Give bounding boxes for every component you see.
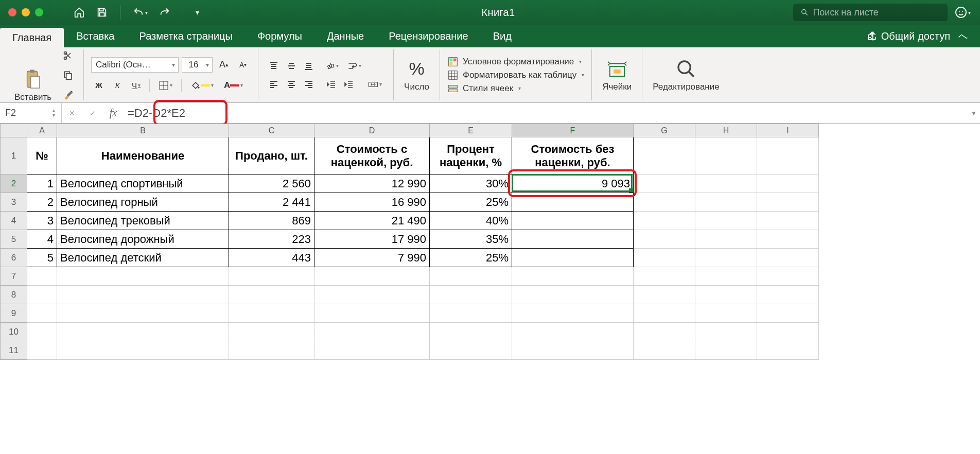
copy-button[interactable] [60, 67, 76, 83]
tab-page-layout[interactable]: Разметка страницы [127, 25, 244, 47]
cell-A5[interactable]: 4 [27, 230, 57, 249]
cell-G4[interactable] [634, 212, 695, 230]
cell-C2[interactable]: 2 560 [229, 174, 314, 193]
cell-B10[interactable] [57, 323, 229, 341]
cell-D4[interactable]: 21 490 [314, 212, 430, 230]
cell-D11[interactable] [314, 341, 430, 360]
cell-D8[interactable] [314, 286, 430, 304]
column-header-F[interactable]: F [512, 124, 634, 137]
cell-A6[interactable]: 5 [27, 249, 57, 267]
spreadsheet-grid[interactable]: ABCDEFGHI1№НаименованиеПродано, шт.Стоим… [0, 124, 980, 454]
cell-A9[interactable] [27, 304, 57, 323]
header-cell-C[interactable]: Продано, шт. [229, 137, 314, 174]
tab-data[interactable]: Данные [314, 25, 376, 47]
cell-F5[interactable] [512, 230, 634, 249]
orientation-button[interactable]: ab▾ [323, 58, 340, 74]
cell-C3[interactable]: 2 441 [229, 193, 314, 212]
format-painter-button[interactable] [60, 87, 76, 102]
header-cell-B[interactable]: Наименование [57, 137, 229, 174]
column-header-H[interactable]: H [695, 124, 757, 137]
collapse-ribbon-button[interactable]: へ [955, 30, 971, 42]
enter-formula-button[interactable]: ✓ [82, 103, 103, 123]
font-name-select[interactable]: Calibri (Осн… [91, 57, 179, 73]
undo-icon[interactable]: ▾ [129, 3, 152, 22]
align-right-button[interactable] [301, 77, 317, 92]
row-header-7[interactable]: 7 [1, 267, 27, 286]
minimize-window-button[interactable] [22, 8, 30, 16]
font-size-select[interactable]: 16 [182, 57, 213, 73]
cell-A11[interactable] [27, 341, 57, 360]
cell-D10[interactable] [314, 323, 430, 341]
row-header-3[interactable]: 3 [1, 193, 27, 212]
row-header-10[interactable]: 10 [1, 323, 27, 341]
cell-I6[interactable] [757, 249, 819, 267]
header-cell-A[interactable]: № [27, 137, 57, 174]
tab-insert[interactable]: Вставка [64, 25, 127, 47]
cell-G6[interactable] [634, 249, 695, 267]
column-header-I[interactable]: I [757, 124, 819, 137]
header-cell-F[interactable]: Стоимость без наценки, руб. [512, 137, 634, 174]
row-header-1[interactable]: 1 [1, 137, 27, 174]
cell-I10[interactable] [757, 323, 819, 341]
cell-B4[interactable]: Велосипед трековый [57, 212, 229, 230]
cell-C7[interactable] [229, 267, 314, 286]
borders-button[interactable]: ▾ [155, 78, 176, 93]
cell-I5[interactable] [757, 230, 819, 249]
cell-B7[interactable] [57, 267, 229, 286]
cell-A8[interactable] [27, 286, 57, 304]
save-icon[interactable] [92, 3, 112, 22]
cell-H4[interactable] [695, 212, 757, 230]
column-header-B[interactable]: B [57, 124, 229, 137]
cell-E8[interactable] [430, 286, 512, 304]
row-header-2[interactable]: 2 [1, 174, 27, 193]
cell-C6[interactable]: 443 [229, 249, 314, 267]
increase-font-button[interactable]: A▴ [216, 57, 232, 73]
cell-F6[interactable] [512, 249, 634, 267]
cell-E10[interactable] [430, 323, 512, 341]
cell-H9[interactable] [695, 304, 757, 323]
tab-review[interactable]: Рецензирование [376, 25, 480, 47]
expand-formula-bar-button[interactable]: ▼ [971, 110, 977, 117]
cell-B8[interactable] [57, 286, 229, 304]
formula-input[interactable]: =D2-D2*E2 [124, 107, 980, 120]
decrease-font-button[interactable]: A▾ [235, 57, 251, 73]
cell-A3[interactable]: 2 [27, 193, 57, 212]
cell-E3[interactable]: 25% [430, 193, 512, 212]
cell-E9[interactable] [430, 304, 512, 323]
cell-H8[interactable] [695, 286, 757, 304]
cell-C5[interactable]: 223 [229, 230, 314, 249]
cut-button[interactable] [60, 48, 76, 63]
name-box[interactable]: F2 ▲▼ [0, 103, 62, 123]
conditional-formatting-button[interactable]: Условное форматирование▾ [447, 55, 584, 68]
column-header-D[interactable]: D [314, 124, 430, 137]
column-header-G[interactable]: G [634, 124, 695, 137]
row-header-9[interactable]: 9 [1, 304, 27, 323]
cell-G2[interactable] [634, 174, 695, 193]
cell-H7[interactable] [695, 267, 757, 286]
cell-D5[interactable]: 17 990 [314, 230, 430, 249]
sheet-search[interactable] [793, 4, 948, 21]
cell-I9[interactable] [757, 304, 819, 323]
cell-F2[interactable]: 9 093 [512, 174, 634, 193]
cell-B2[interactable]: Велосипед спортивный [57, 174, 229, 193]
header-cell-D[interactable]: Стоимость с наценкой, руб. [314, 137, 430, 174]
cell-G9[interactable] [634, 304, 695, 323]
tab-view[interactable]: Вид [481, 25, 524, 47]
zoom-window-button[interactable] [35, 8, 43, 16]
cell-C11[interactable] [229, 341, 314, 360]
cancel-formula-button[interactable]: ✕ [62, 103, 82, 123]
cell-F9[interactable] [512, 304, 634, 323]
cell-G8[interactable] [634, 286, 695, 304]
cell-E5[interactable]: 35% [430, 230, 512, 249]
home-icon[interactable] [69, 3, 89, 22]
cell-E11[interactable] [430, 341, 512, 360]
cell-C10[interactable] [229, 323, 314, 341]
cell-D9[interactable] [314, 304, 430, 323]
cell-B11[interactable] [57, 341, 229, 360]
column-header-E[interactable]: E [430, 124, 512, 137]
cell-G11[interactable] [634, 341, 695, 360]
cell-H1[interactable] [695, 137, 757, 174]
cell-H6[interactable] [695, 249, 757, 267]
cell-I7[interactable] [757, 267, 819, 286]
row-header-8[interactable]: 8 [1, 286, 27, 304]
